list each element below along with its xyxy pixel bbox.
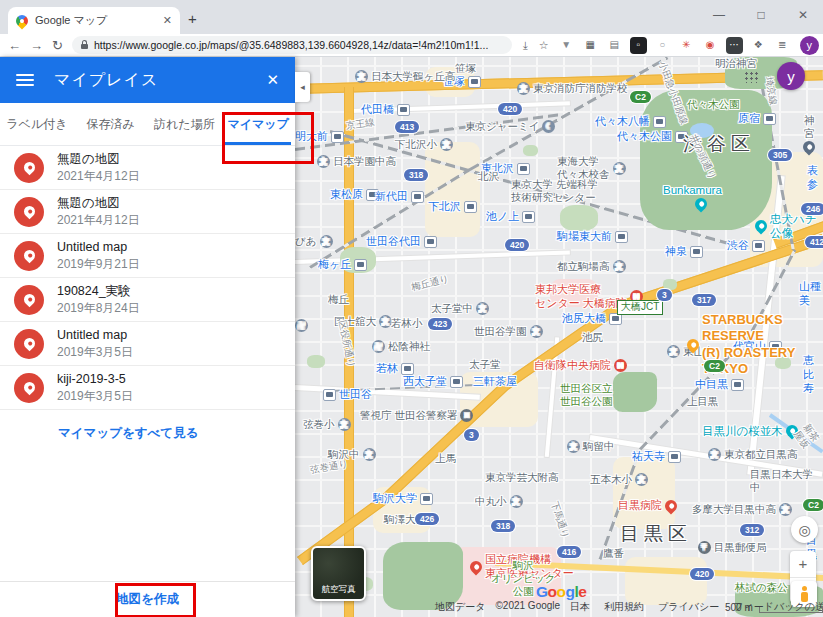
my-map-list-item[interactable]: 無題の地図 2021年4月12日	[0, 146, 295, 190]
road-shield: 420	[690, 568, 714, 580]
dots-grid-decor	[744, 71, 760, 83]
browser-tab[interactable]: Google マップ ✕	[8, 7, 180, 34]
map-pin-icon	[14, 285, 44, 315]
window-minimize-button[interactable]: —	[713, 8, 725, 22]
extension-icon[interactable]: ▫	[630, 37, 647, 54]
google-logo-letter: G	[536, 583, 548, 601]
my-map-list-item[interactable]: Untitled map 2019年3月5日	[0, 322, 295, 366]
new-tab-button[interactable]: +	[188, 10, 197, 27]
extension-icon[interactable]: ▤	[606, 37, 623, 54]
road-shield: C2	[630, 91, 651, 103]
back-button[interactable]: ←	[8, 39, 21, 52]
browser-profile-avatar[interactable]: y	[800, 36, 819, 55]
panel-tab[interactable]: マイマップ	[221, 103, 295, 145]
save-page-icon[interactable]: ⤓	[523, 39, 528, 52]
road-shield: 412	[805, 236, 823, 248]
extension-icon[interactable]: ◉	[702, 37, 719, 54]
hamburger-menu-icon[interactable]	[16, 74, 34, 86]
attribution-link[interactable]: プライバシー	[658, 600, 719, 614]
panel-tab[interactable]: ラベル付き	[0, 103, 74, 145]
satellite-label: 航空写真	[313, 584, 364, 596]
map-canvas[interactable]: 笹塚 笹塚 代田橋 明大前 下北沢 東北	[295, 57, 823, 617]
google-logo-letter: g	[566, 583, 575, 601]
window-close-button[interactable]: ✕	[797, 8, 809, 22]
road-shield: 3	[657, 289, 672, 301]
road-shield: 317	[692, 294, 716, 306]
attribution-text: 日本	[570, 600, 590, 614]
bookmark-star-icon[interactable]: ☆	[539, 39, 549, 52]
satellite-layer-toggle[interactable]: 航空写真	[311, 546, 366, 601]
panel-tabs: ラベル付き保存済み訪れた場所マイマップ	[0, 103, 295, 146]
map-date: 2019年3月5日	[57, 344, 133, 361]
map-name: 190824_実験	[57, 282, 140, 301]
panel-collapse-button[interactable]: ◂	[295, 72, 310, 102]
tab-close-icon[interactable]: ✕	[163, 14, 172, 27]
map-date: 2021年4月12日	[57, 168, 140, 185]
road-shield: 426	[415, 513, 439, 525]
my-places-panel: マイプレイス ✕ ラベル付き保存済み訪れた場所マイマップ 無題の地図 2021年…	[0, 57, 295, 617]
map-scale: 500 m	[725, 602, 823, 613]
map-date: 2019年3月5日	[57, 388, 133, 405]
reload-button[interactable]: ↻	[52, 39, 63, 52]
browser-toolbar: ← → ↻ https://www.google.co.jp/maps/@35.…	[0, 34, 823, 57]
my-map-list-item[interactable]: 無題の地図 2021年4月12日	[0, 190, 295, 234]
road-shield: C2	[704, 360, 725, 372]
map-name: 無題の地図	[57, 194, 140, 213]
extension-icon[interactable]: ⋯	[726, 37, 743, 54]
my-map-list-item[interactable]: kiji-2019-3-5 2019年3月5日	[0, 366, 295, 410]
google-logo-letter: o	[548, 583, 557, 601]
map-name: 無題の地図	[57, 150, 140, 169]
extension-icon[interactable]: ❖	[750, 37, 767, 54]
google-logo-letter: e	[578, 583, 586, 601]
my-map-list-item[interactable]: 190824_実験 2019年8月24日	[0, 278, 295, 322]
extension-icon[interactable]: ▦	[582, 37, 599, 54]
road-shield: C2	[803, 499, 823, 511]
map-date: 2019年8月24日	[57, 300, 140, 317]
panel-close-icon[interactable]: ✕	[266, 71, 279, 89]
attribution-link[interactable]: 利用規約	[604, 600, 644, 614]
see-all-my-maps-link[interactable]: マイマップをすべて見る	[58, 425, 198, 442]
zoom-in-button[interactable]: +	[790, 551, 816, 578]
create-map-button[interactable]: 地図を作成	[116, 591, 179, 608]
google-maps-favicon-icon	[14, 12, 31, 29]
map-name: Untitled map	[57, 238, 140, 257]
extension-icon[interactable]: ≣	[774, 37, 791, 54]
map-date: 2019年9月21日	[57, 256, 140, 273]
my-map-list-item[interactable]: Untitled map 2019年9月21日	[0, 234, 295, 278]
address-bar[interactable]: https://www.google.co.jp/maps/@35.648988…	[72, 36, 512, 54]
map-pin-icon	[14, 197, 44, 227]
scale-bar	[759, 607, 823, 613]
my-location-button[interactable]: ◎	[791, 516, 818, 543]
create-map-bar: 地図を作成	[0, 581, 295, 617]
panel-header: マイプレイス ✕	[0, 57, 295, 103]
browser-tab-strip: Google マップ ✕ + — □ ✕	[0, 0, 823, 34]
my-maps-list: 無題の地図 2021年4月12日 無題の地図 2021年4月12日 Untitl…	[0, 146, 295, 410]
map-name: kiji-2019-3-5	[57, 370, 133, 389]
url-text: https://www.google.co.jp/maps/@35.648988…	[94, 39, 488, 51]
extensions-area: ▼▦▤▫○✳◉⋯❖≣	[558, 37, 791, 54]
panel-title: マイプレイス	[54, 70, 246, 91]
map-pin-icon	[14, 153, 44, 183]
road-shield: 3	[464, 429, 479, 441]
window-controls: — □ ✕	[713, 0, 809, 30]
window-maximize-button[interactable]: □	[755, 8, 767, 22]
road-shield: 416	[557, 546, 581, 558]
map-pin-icon	[14, 373, 44, 403]
road-shield: 305	[768, 149, 792, 161]
map-pin-icon	[14, 241, 44, 271]
attribution-text: ©2021 Google	[495, 600, 560, 614]
extension-icon[interactable]: ▼	[558, 37, 575, 54]
road-shield: 312	[740, 524, 764, 536]
road-shields-layer: 413318420C23052464123317420423C234263183…	[295, 57, 823, 617]
road-shield: 420	[498, 103, 522, 115]
account-avatar[interactable]: y	[777, 62, 805, 90]
forward-button[interactable]: →	[30, 39, 43, 52]
attribution-static: 地図データ©2021 Google日本	[435, 600, 590, 614]
panel-tab[interactable]: 訪れた場所	[148, 103, 222, 145]
google-logo-letter: o	[557, 583, 566, 601]
attribution-text: 地図データ	[435, 600, 485, 614]
extension-icon[interactable]: ○	[654, 37, 671, 54]
map-name: Untitled map	[57, 326, 133, 345]
panel-tab[interactable]: 保存済み	[74, 103, 148, 145]
extension-icon[interactable]: ✳	[678, 37, 695, 54]
